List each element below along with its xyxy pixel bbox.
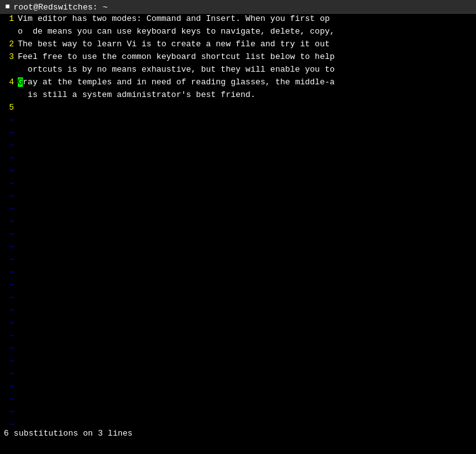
tilde-17: ~ bbox=[0, 318, 476, 331]
editor-line-5: 5 bbox=[0, 103, 476, 115]
tilde-15: ~ bbox=[0, 293, 476, 306]
tilde-20: ~ bbox=[0, 356, 476, 369]
tilde-23: ~ bbox=[0, 394, 476, 407]
status-text: 6 substitutions on 3 lines bbox=[4, 429, 133, 438]
tilde-6: ~ bbox=[0, 179, 476, 191]
tilde-8: ~ bbox=[0, 204, 476, 217]
status-bar: 6 substitutions on 3 lines bbox=[0, 426, 476, 440]
tilde-12: ~ bbox=[0, 255, 476, 268]
line-number-2: 2 bbox=[0, 39, 18, 52]
title-text: root@Redswitches: ~ bbox=[13, 3, 107, 12]
tilde-14: ~ bbox=[0, 280, 476, 293]
tilde-7: ~ bbox=[0, 191, 476, 204]
title-bar: ■ root@Redswitches: ~ bbox=[0, 0, 476, 14]
editor-line-2: 2 The best way to learn Vi is to create … bbox=[0, 39, 476, 52]
line-number-4-cont: 4 bbox=[0, 90, 18, 103]
tilde-19: ~ bbox=[0, 344, 476, 356]
tilde-2: ~ bbox=[0, 128, 476, 141]
tilde-21: ~ bbox=[0, 369, 476, 382]
editor-area: 1 Vim editor has two modes: Command and … bbox=[0, 14, 476, 440]
line-number-1-cont: 1 bbox=[0, 27, 18, 39]
line-number-3: 3 bbox=[0, 52, 18, 65]
tilde-18: ~ bbox=[0, 331, 476, 344]
tilde-10: ~ bbox=[0, 230, 476, 242]
line-content-2: The best way to learn Vi is to create a … bbox=[18, 39, 329, 52]
editor-line-4: 4 Gray at the temples and in need of rea… bbox=[0, 77, 476, 90]
line-content-4: Gray at the temples and in need of readi… bbox=[18, 77, 334, 90]
editor-line-1-cont: 1 o de means you can use keyboard keys t… bbox=[0, 27, 476, 39]
tilde-24: ~ bbox=[0, 407, 476, 420]
cursor: G bbox=[18, 77, 23, 87]
line-content-3-cont: ortcuts is by no means exhaustive, but t… bbox=[18, 65, 334, 77]
line-number-3-cont: 3 bbox=[0, 65, 18, 77]
tilde-3: ~ bbox=[0, 141, 476, 153]
tilde-5: ~ bbox=[0, 166, 476, 179]
tilde-13: ~ bbox=[0, 268, 476, 280]
line-number-4: 4 bbox=[0, 77, 18, 90]
terminal-icon: ■ bbox=[5, 3, 10, 11]
line-content-3: Feel free to use the common keyboard sho… bbox=[18, 52, 334, 65]
line-content-1-cont: o de means you can use keyboard keys to … bbox=[18, 27, 334, 39]
tilde-22: ~ bbox=[0, 382, 476, 394]
editor-line-3: 3 Feel free to use the common keyboard s… bbox=[0, 52, 476, 65]
line-number-1: 1 bbox=[0, 14, 18, 27]
line-content-1: Vim editor has two modes: Command and In… bbox=[18, 14, 329, 27]
tilde-16: ~ bbox=[0, 306, 476, 318]
tilde-4: ~ bbox=[0, 153, 476, 166]
line-number-5: 5 bbox=[0, 103, 18, 115]
editor-line-4-cont: 4 is still a system administrator's best… bbox=[0, 90, 476, 103]
editor-line-1: 1 Vim editor has two modes: Command and … bbox=[0, 14, 476, 27]
tilde-11: ~ bbox=[0, 242, 476, 255]
tilde-1: ~ bbox=[0, 115, 476, 128]
editor-line-3-cont: 3 ortcuts is by no means exhaustive, but… bbox=[0, 65, 476, 77]
tilde-9: ~ bbox=[0, 217, 476, 230]
line-content-4-cont: is still a system administrator's best f… bbox=[18, 90, 255, 103]
